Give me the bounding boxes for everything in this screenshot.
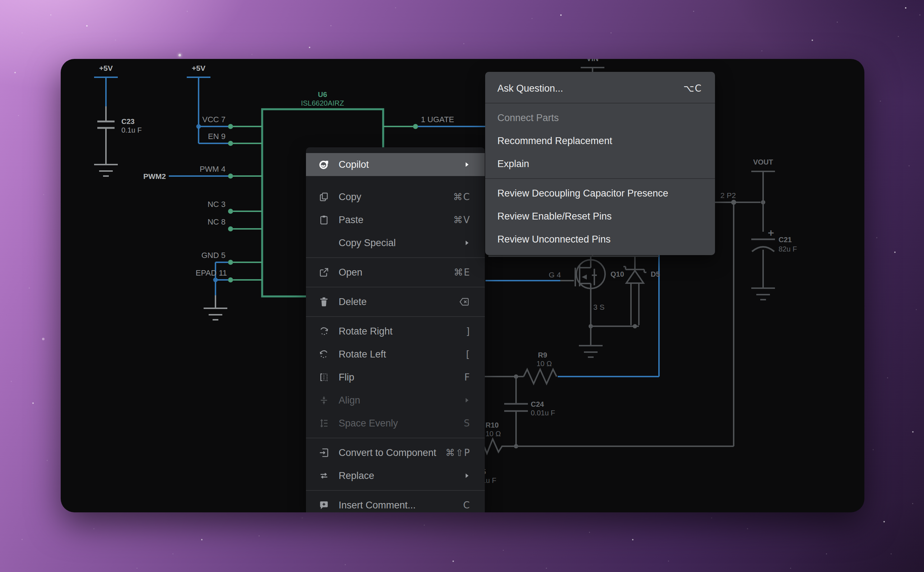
svg-text:U6: U6	[318, 90, 327, 98]
menu-item-label: Copy	[339, 191, 453, 203]
svg-text:0.1u F: 0.1u F	[121, 126, 142, 134]
menu-separator	[306, 287, 485, 288]
menu-item-shortcut: ]	[466, 326, 470, 337]
menu-item-align[interactable]: Align	[306, 389, 485, 412]
menu-item-shortcut: ⌘⇧P	[446, 447, 470, 458]
menu-item-shortcut: F	[464, 372, 470, 382]
wire-source-net[interactable]	[579, 289, 639, 357]
backspace-icon	[458, 296, 470, 308]
rotate-right-icon	[318, 325, 330, 337]
starfield-glow-dots	[178, 54, 181, 56]
svg-text:PWM2: PWM2	[143, 172, 166, 180]
comment-plus-icon	[318, 499, 330, 511]
menu-item-label: Delete	[339, 297, 458, 308]
component-c23[interactable]: C23 0.1u F	[94, 118, 142, 176]
menu-item-copilot[interactable]: Copilot	[306, 153, 485, 176]
paste-icon	[318, 214, 330, 226]
menu-item-shortcut: C	[463, 500, 470, 511]
component-c21[interactable]: + C21 82u F	[751, 202, 797, 300]
submenu-item-connect-parts[interactable]: Connect Parts	[485, 106, 715, 129]
component-q10[interactable]: G 4 Q10 3 S	[549, 256, 624, 311]
component-c24[interactable]: C24 0.01u F	[504, 376, 555, 448]
empty-icon-slot	[318, 237, 330, 249]
svg-text:+: +	[768, 227, 774, 239]
chevron-right-icon	[463, 161, 470, 168]
copilot-submenu: Ask Question... ⌥C Connect Parts Recomme…	[485, 72, 715, 255]
power-symbol-vout[interactable]: VOUT	[751, 158, 775, 202]
menu-separator	[306, 316, 485, 317]
submenu-item-label: Review Unconnected Pins	[498, 234, 702, 245]
submenu-item-ask-question[interactable]: Ask Question... ⌥C	[485, 77, 715, 100]
svg-text:C23: C23	[121, 118, 135, 125]
svg-text:D5: D5	[651, 270, 660, 278]
menu-item-insert-comment[interactable]: Insert Comment... C	[306, 494, 485, 512]
chevron-right-icon	[463, 239, 470, 247]
submenu-item-label: Explain	[498, 159, 702, 169]
power-symbol-5v-1[interactable]: +5V	[94, 64, 118, 121]
menu-separator	[306, 257, 485, 258]
menu-item-delete[interactable]: Delete	[306, 290, 485, 313]
svg-text:2 P2: 2 P2	[720, 191, 736, 199]
submenu-item-recommend-replacement[interactable]: Recommend Replacement	[485, 129, 715, 152]
menu-item-rotate-right[interactable]: Rotate Right ]	[306, 320, 485, 343]
menu-item-label: Rotate Left	[339, 349, 466, 360]
submenu-item-review-unconnected[interactable]: Review Unconnected Pins	[485, 228, 715, 251]
external-link-icon	[318, 266, 330, 278]
svg-text:GND 5: GND 5	[202, 251, 226, 260]
schematic-editor-window: +5V C23 0.1u F +5V PWM2	[61, 59, 864, 512]
flip-icon	[318, 371, 330, 383]
starfield-dots	[50, 14, 51, 16]
submenu-item-label: Ask Question...	[498, 83, 684, 94]
menu-item-open[interactable]: Open ⌘E	[306, 261, 485, 284]
menu-item-convert-to-component[interactable]: Convert to Component ⌘⇧P	[306, 441, 485, 464]
submenu-item-review-decoupling[interactable]: Review Decoupling Capacitor Presence	[485, 182, 715, 205]
menu-item-shortcut: S	[464, 418, 470, 429]
menu-item-label: Open	[339, 267, 454, 278]
svg-text:R10: R10	[485, 421, 499, 429]
submenu-item-shortcut: ⌥C	[684, 83, 702, 94]
menu-item-shortcut: ⌘E	[454, 267, 470, 278]
align-icon	[318, 394, 330, 406]
menu-item-label: Align	[339, 395, 463, 406]
submenu-item-label: Review Decoupling Capacitor Presence	[498, 188, 702, 199]
svg-text:10 Ω: 10 Ω	[485, 430, 501, 438]
svg-text:82u F: 82u F	[778, 245, 797, 253]
submenu-item-label: Recommend Replacement	[498, 135, 702, 146]
component-r9[interactable]: R9 10 Ω	[483, 351, 557, 384]
menu-item-label: Flip	[339, 372, 464, 383]
component-d5[interactable]: D5	[623, 256, 660, 325]
svg-text:VOUT: VOUT	[753, 158, 773, 166]
menu-item-label: Copilot	[339, 159, 463, 170]
trash-icon	[318, 296, 330, 308]
copilot-icon	[318, 159, 330, 171]
svg-text:EPAD 11: EPAD 11	[196, 268, 227, 277]
submenu-separator	[485, 103, 715, 104]
context-menu: Copilot Copy ⌘C Paste	[306, 147, 485, 512]
svg-text:0.01u F: 0.01u F	[531, 409, 555, 417]
menu-item-space-evenly[interactable]: Space Evenly S	[306, 412, 485, 435]
menu-item-shortcut: [	[466, 349, 470, 360]
starfield-bright-dots	[86, 25, 88, 26]
svg-text:VCC 7: VCC 7	[202, 115, 226, 124]
menu-item-replace[interactable]: Replace	[306, 464, 485, 487]
rotate-left-icon	[318, 348, 330, 361]
menu-item-label: Insert Comment...	[339, 500, 463, 511]
menu-item-paste[interactable]: Paste ⌘V	[306, 208, 485, 232]
menu-item-copy-special[interactable]: Copy Special	[306, 232, 485, 254]
chevron-right-icon	[463, 472, 470, 479]
svg-text:ISL6620AIRZ: ISL6620AIRZ	[301, 99, 344, 107]
menu-item-copy[interactable]: Copy ⌘C	[306, 185, 485, 208]
svg-text:Q10: Q10	[611, 270, 624, 278]
menu-separator	[306, 490, 485, 491]
wire-gnd-epad[interactable]: EPAD 11	[196, 262, 228, 320]
submenu-item-explain[interactable]: Explain	[485, 152, 715, 175]
submenu-item-label: Review Enable/Reset Pins	[498, 211, 702, 222]
submenu-item-review-enable-reset[interactable]: Review Enable/Reset Pins	[485, 205, 715, 228]
menu-item-label: Replace	[339, 470, 463, 482]
menu-item-label: Rotate Right	[339, 326, 466, 337]
svg-text:VIN: VIN	[586, 59, 598, 62]
menu-item-label: Convert to Component	[339, 447, 446, 459]
menu-item-rotate-left[interactable]: Rotate Left [	[306, 343, 485, 366]
svg-text:G 4: G 4	[549, 270, 561, 279]
menu-item-flip[interactable]: Flip F	[306, 366, 485, 389]
